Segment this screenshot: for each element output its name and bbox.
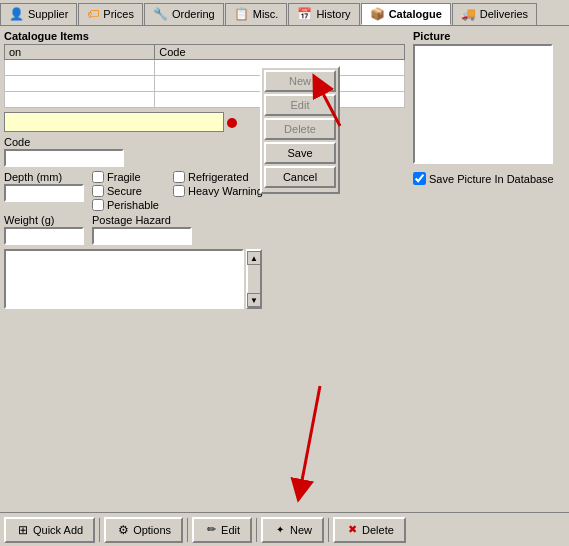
history-icon: 📅 xyxy=(297,7,312,21)
options-toolbar-button[interactable]: Options xyxy=(104,517,183,543)
checkboxes-col2: Refrigerated Heavy Warning xyxy=(173,171,263,197)
new-button[interactable]: New xyxy=(264,70,336,92)
postage-label: Postage Hazard xyxy=(92,214,192,226)
tab-catalogue[interactable]: 📦 Catalogue xyxy=(361,3,451,25)
picture-box xyxy=(413,44,553,164)
catalogue-items-label: Catalogue Items xyxy=(4,30,405,42)
delete-toolbar-button[interactable]: Delete xyxy=(333,517,406,543)
delete-icon xyxy=(345,523,359,537)
tab-prices[interactable]: 🏷 Prices xyxy=(78,3,143,25)
depth-input[interactable] xyxy=(4,184,84,202)
catalogue-input[interactable] xyxy=(5,116,223,128)
depth-group: Depth (mm) xyxy=(4,171,84,202)
catalogue-icon: 📦 xyxy=(370,7,385,21)
weight-row: Weight (g) Postage Hazard xyxy=(4,214,405,245)
options-icon xyxy=(116,523,130,537)
delete-button[interactable]: Delete xyxy=(264,118,336,140)
deliveries-icon: 🚚 xyxy=(461,7,476,21)
scroll-up-button[interactable]: ▲ xyxy=(247,251,261,265)
heavy-warning-checkbox[interactable] xyxy=(173,185,185,197)
tab-ordering[interactable]: 🔧 Ordering xyxy=(144,3,224,25)
notes-textarea[interactable] xyxy=(4,249,244,309)
col-on: on xyxy=(5,45,155,60)
tab-misc[interactable]: 📋 Misc. xyxy=(225,3,288,25)
new-icon xyxy=(273,523,287,537)
tab-deliveries[interactable]: 🚚 Deliveries xyxy=(452,3,537,25)
edit-button[interactable]: Edit xyxy=(264,94,336,116)
prices-icon: 🏷 xyxy=(87,7,99,21)
tab-history[interactable]: 📅 History xyxy=(288,3,359,25)
code-group: Code xyxy=(4,136,124,167)
dimension-fields: Depth (mm) xyxy=(4,171,84,202)
refrigerated-item: Refrigerated xyxy=(173,171,263,183)
bottom-toolbar: Quick Add Options Edit New Delete xyxy=(0,512,569,546)
picture-label: Picture xyxy=(413,30,565,42)
left-panel: Catalogue Items on Code xyxy=(0,26,409,512)
toolbar-separator-4 xyxy=(328,518,329,542)
required-indicator xyxy=(227,118,237,128)
button-menu: New Edit Delete Save Cancel xyxy=(260,66,340,194)
right-panel: Picture Save Picture In Database xyxy=(409,26,569,512)
fragile-checkbox[interactable] xyxy=(92,171,104,183)
new-toolbar-button[interactable]: New xyxy=(261,517,324,543)
quick-add-button[interactable]: Quick Add xyxy=(4,517,95,543)
weight-group: Weight (g) xyxy=(4,214,84,245)
toolbar-separator-1 xyxy=(99,518,100,542)
code-row: Code xyxy=(4,136,405,167)
code-label: Code xyxy=(4,136,124,148)
postage-group: Postage Hazard xyxy=(92,214,192,245)
checkboxes-row: Depth (mm) Fragile Secure Perishable xyxy=(4,171,405,211)
postage-input[interactable] xyxy=(92,227,192,245)
fragile-item: Fragile xyxy=(92,171,159,183)
ordering-icon: 🔧 xyxy=(153,7,168,21)
input-row xyxy=(4,112,405,132)
code-input[interactable] xyxy=(4,149,124,167)
tab-bar: 👤 Supplier 🏷 Prices 🔧 Ordering 📋 Misc. 📅… xyxy=(0,0,569,26)
perishable-item: Perishable xyxy=(92,199,159,211)
table-row xyxy=(5,60,405,76)
perishable-checkbox[interactable] xyxy=(92,199,104,211)
save-button[interactable]: Save xyxy=(264,142,336,164)
save-picture-label: Save Picture In Database xyxy=(429,173,554,185)
depth-label: Depth (mm) xyxy=(4,171,84,183)
checkboxes-col1: Fragile Secure Perishable xyxy=(92,171,159,211)
col-code: Code xyxy=(155,45,405,60)
yellow-input-bar[interactable] xyxy=(4,112,224,132)
weight-input[interactable] xyxy=(4,227,84,245)
catalogue-items-table: on Code xyxy=(4,44,405,108)
supplier-icon: 👤 xyxy=(9,7,24,21)
cancel-button[interactable]: Cancel xyxy=(264,166,336,188)
secure-item: Secure xyxy=(92,185,159,197)
misc-icon: 📋 xyxy=(234,7,249,21)
toolbar-separator-3 xyxy=(256,518,257,542)
weight-label: Weight (g) xyxy=(4,214,84,226)
table-row xyxy=(5,92,405,108)
refrigerated-checkbox[interactable] xyxy=(173,171,185,183)
table-row xyxy=(5,76,405,92)
main-content: Catalogue Items on Code xyxy=(0,26,569,512)
quick-add-icon xyxy=(16,523,30,537)
tab-supplier[interactable]: 👤 Supplier xyxy=(0,3,77,25)
save-picture-checkbox[interactable] xyxy=(413,172,426,185)
heavy-warning-item: Heavy Warning xyxy=(173,185,263,197)
edit-icon xyxy=(204,523,218,537)
scroll-down-button[interactable]: ▼ xyxy=(247,293,261,307)
secure-checkbox[interactable] xyxy=(92,185,104,197)
toolbar-separator-2 xyxy=(187,518,188,542)
edit-toolbar-button[interactable]: Edit xyxy=(192,517,252,543)
notes-area: ▲ ▼ xyxy=(4,249,405,309)
scrollbar[interactable]: ▲ ▼ xyxy=(246,249,262,309)
save-picture-row: Save Picture In Database xyxy=(413,172,565,185)
